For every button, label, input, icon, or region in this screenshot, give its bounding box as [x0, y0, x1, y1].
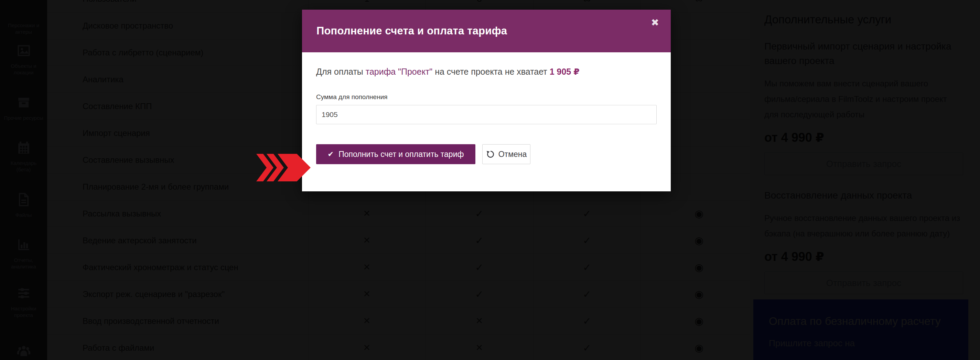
topup-and-pay-label: Пополнить счет и оплатить тариф	[339, 150, 464, 159]
check-icon: ✔	[328, 150, 334, 158]
message-prefix: Для оплаты	[316, 67, 366, 76]
tariff-link[interactable]: тарифа "Проект"	[366, 67, 433, 76]
insufficient-funds-message: Для оплаты тарифа "Проект" на счете прое…	[316, 67, 657, 77]
missing-amount: 1 905 ₽	[550, 67, 580, 76]
modal-header: Пополнение счета и оплата тарифа ✖	[302, 10, 671, 52]
app-screen: Персонажи и актеры Объекты и локации Про…	[0, 0, 980, 360]
annotation-arrow-icon	[256, 154, 311, 182]
topup-and-pay-button[interactable]: ✔ Пополнить счет и оплатить тариф	[316, 144, 476, 164]
message-middle: на счете проекта не хватает	[433, 67, 549, 76]
modal-title: Пополнение счета и оплата тарифа	[317, 25, 507, 37]
close-icon[interactable]: ✖	[651, 18, 659, 27]
amount-field-label: Сумма для пополнения	[316, 93, 657, 101]
modal-buttons: ✔ Пополнить счет и оплатить тариф Отмена	[316, 144, 657, 164]
topup-modal: Пополнение счета и оплата тарифа ✖ Для о…	[302, 10, 671, 191]
amount-input[interactable]	[316, 105, 657, 124]
cancel-label: Отмена	[498, 150, 527, 159]
modal-body: Для оплаты тарифа "Проект" на счете прое…	[302, 52, 671, 164]
undo-icon	[486, 150, 495, 159]
cancel-button[interactable]: Отмена	[482, 144, 530, 164]
